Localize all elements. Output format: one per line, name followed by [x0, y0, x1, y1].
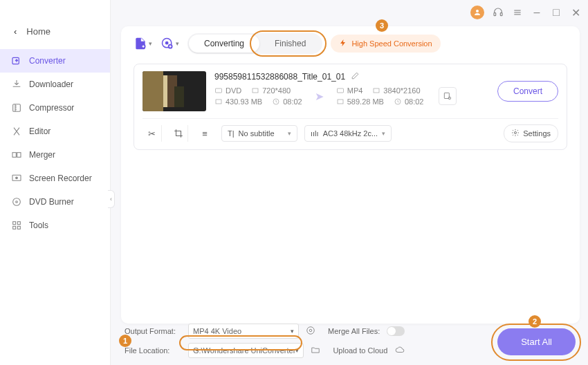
audio-value: AC3 48kHz 2c... — [323, 129, 378, 138]
svg-point-13 — [16, 201, 18, 203]
cloud-icon[interactable] — [394, 345, 405, 356]
tab-converting[interactable]: Converting — [189, 35, 259, 53]
svg-point-33 — [309, 329, 312, 332]
menu-icon[interactable] — [512, 7, 523, 18]
chevron-left-icon: ‹ — [14, 26, 17, 37]
svg-rect-16 — [13, 226, 16, 229]
main-panel: ▾ ▾ Converting Finished High Speed Conve… — [121, 26, 580, 324]
output-settings-button[interactable] — [439, 87, 457, 105]
chevron-down-icon: ▾ — [291, 328, 294, 335]
start-all-button[interactable]: Start All — [497, 328, 576, 355]
file-card: 995859811532886088_Title_01_01 DVD 720*4… — [134, 64, 567, 150]
svg-point-20 — [166, 42, 168, 44]
dst-container: MP4 — [336, 86, 363, 95]
home-button[interactable]: ‹ Home — [0, 21, 110, 42]
compress-icon — [11, 102, 22, 113]
add-file-button[interactable]: ▾ — [134, 37, 152, 50]
sidebar-item-merger[interactable]: Merger — [0, 143, 110, 167]
svg-rect-8 — [12, 153, 16, 158]
user-avatar[interactable] — [470, 6, 484, 19]
minimize-button[interactable]: – — [531, 7, 542, 18]
bolt-icon — [339, 39, 347, 48]
svg-point-31 — [449, 97, 452, 100]
more-icon[interactable]: ≡ — [195, 125, 214, 142]
toolbar: ▾ ▾ Converting Finished High Speed Conve… — [121, 26, 580, 61]
output-format-value: MP4 4K Video — [193, 327, 241, 335]
sidebar-item-downloader[interactable]: Downloader — [0, 73, 110, 96]
convert-button[interactable]: Convert — [497, 81, 558, 102]
settings-label: Settings — [523, 129, 551, 138]
svg-point-34 — [307, 327, 315, 335]
close-button[interactable]: ✕ — [570, 7, 581, 18]
subtitle-dropdown[interactable]: T| No subtitle ▾ — [221, 125, 297, 142]
merger-icon — [11, 149, 22, 160]
open-folder-icon[interactable] — [311, 345, 320, 356]
sidebar-item-tools[interactable]: Tools — [0, 214, 110, 237]
sidebar-item-dvd-burner[interactable]: DVD Burner — [0, 190, 110, 214]
settings-button[interactable]: Settings — [504, 124, 558, 142]
src-resolution: 720*480 — [251, 86, 291, 95]
file-location-dropdown[interactable]: G:\Wondershare UniConverter ▾ — [188, 343, 304, 358]
dst-resolution: 3840*2160 — [372, 86, 420, 95]
dst-size: 589.28 MB — [336, 97, 384, 106]
sidebar-item-editor[interactable]: Editor — [0, 120, 110, 143]
svg-rect-17 — [17, 226, 20, 229]
tab-group: Converting Finished — [187, 33, 322, 54]
maximize-button[interactable]: □ — [551, 7, 562, 18]
window-controls: – □ ✕ — [470, 6, 581, 19]
video-thumbnail[interactable] — [143, 71, 206, 111]
headset-icon[interactable] — [493, 7, 504, 18]
src-size: 430.93 MB — [214, 97, 262, 106]
subtitle-icon: T| — [228, 129, 235, 138]
edit-title-icon[interactable] — [351, 71, 360, 82]
svg-rect-26 — [337, 88, 343, 93]
src-container: DVD — [214, 86, 241, 95]
hsc-label: High Speed Conversion — [351, 39, 432, 48]
nav-label: Compressor — [29, 103, 74, 113]
svg-rect-2 — [500, 13, 502, 16]
nav-label: Converter — [29, 56, 66, 66]
chevron-down-icon: ▾ — [288, 130, 291, 137]
nav-label: Tools — [29, 221, 48, 230]
tab-finished[interactable]: Finished — [259, 35, 321, 53]
dst-duration: 08:02 — [394, 97, 424, 106]
download-icon — [11, 79, 22, 90]
merge-toggle[interactable] — [387, 326, 405, 336]
sidebar-item-compressor[interactable]: Compressor — [0, 96, 110, 120]
src-duration: 08:02 — [272, 97, 302, 106]
upload-cloud-label: Upload to Cloud — [333, 346, 387, 355]
arrow-right-icon: ➤ — [315, 90, 324, 103]
trim-icon[interactable]: ✂ — [143, 125, 162, 142]
svg-rect-27 — [374, 88, 379, 93]
subtitle-value: No subtitle — [239, 129, 275, 138]
sidebar-item-converter[interactable]: Converter — [0, 49, 110, 73]
editor-icon — [11, 126, 22, 137]
chevron-down-icon: ▾ — [382, 130, 385, 137]
svg-rect-1 — [494, 13, 496, 16]
svg-rect-28 — [338, 100, 343, 104]
nav-label: Screen Recorder — [29, 174, 92, 183]
format-settings-icon[interactable] — [306, 326, 315, 337]
audio-icon: ıılı — [311, 129, 319, 138]
audio-dropdown[interactable]: ıılı AC3 48kHz 2c... ▾ — [304, 125, 392, 142]
file-location-value: G:\Wondershare UniConverter — [193, 346, 295, 355]
chevron-down-icon: ▾ — [149, 40, 152, 47]
chevron-down-icon: ▾ — [176, 40, 179, 47]
file-title: 995859811532886088_Title_01_01 — [214, 72, 345, 82]
high-speed-conversion-button[interactable]: High Speed Conversion — [331, 35, 440, 53]
svg-rect-23 — [252, 88, 258, 93]
svg-point-12 — [13, 198, 21, 206]
dvd-icon — [11, 196, 22, 207]
crop-icon[interactable] — [169, 125, 188, 142]
svg-point-11 — [16, 177, 18, 179]
nav-label: Editor — [29, 127, 50, 136]
screen-recorder-icon — [11, 173, 22, 184]
svg-rect-9 — [17, 153, 21, 158]
add-dvd-button[interactable]: ▾ — [160, 37, 179, 50]
svg-point-32 — [515, 132, 517, 134]
sidebar-collapse-handle[interactable]: ‹ — [108, 190, 115, 208]
file-location-label: File Location: — [125, 346, 181, 355]
output-format-dropdown[interactable]: MP4 4K Video ▾ — [188, 324, 299, 339]
sidebar-item-screen-recorder[interactable]: Screen Recorder — [0, 167, 110, 190]
svg-rect-24 — [216, 100, 221, 104]
